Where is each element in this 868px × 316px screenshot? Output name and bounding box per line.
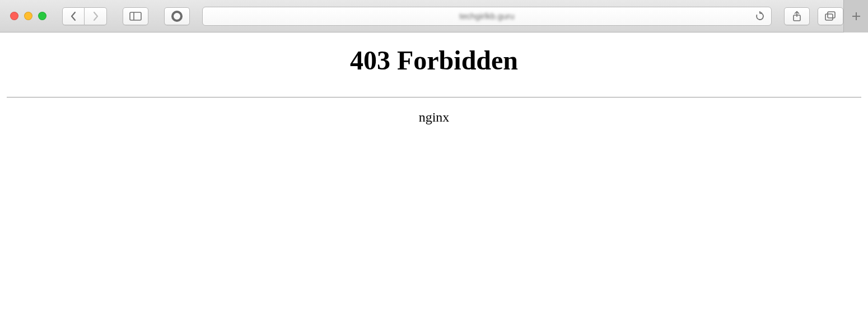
svg-point-2	[172, 12, 181, 21]
site-settings-button[interactable]	[164, 7, 190, 25]
chevron-right-icon	[92, 11, 99, 21]
circle-icon	[171, 10, 183, 22]
error-heading: 403 Forbidden	[0, 45, 868, 76]
plus-icon	[851, 11, 861, 21]
divider	[7, 97, 861, 97]
tabs-icon	[825, 11, 836, 21]
address-bar-url: techgirlkb.guru	[203, 11, 771, 21]
minimize-window-button[interactable]	[24, 12, 32, 20]
sidebar-icon	[129, 12, 142, 21]
browser-toolbar: techgirlkb.guru	[0, 0, 868, 32]
address-bar[interactable]: techgirlkb.guru	[202, 7, 772, 26]
close-window-button[interactable]	[10, 12, 18, 20]
share-button[interactable]	[784, 7, 810, 25]
new-tab-button[interactable]	[843, 0, 868, 32]
server-name: nginx	[0, 110, 868, 125]
zoom-window-button[interactable]	[38, 12, 46, 20]
svg-rect-0	[130, 12, 141, 20]
chevron-left-icon	[70, 11, 77, 21]
toolbar-right	[784, 7, 843, 25]
page-content: 403 Forbidden nginx	[0, 32, 868, 316]
svg-rect-6	[828, 12, 835, 18]
tabs-button[interactable]	[818, 7, 843, 25]
window-controls	[10, 12, 46, 20]
nav-back-forward	[62, 7, 107, 25]
svg-rect-5	[825, 14, 833, 20]
back-button[interactable]	[62, 7, 85, 25]
sidebar-button[interactable]	[123, 7, 148, 25]
share-icon	[792, 11, 802, 22]
forward-button[interactable]	[85, 7, 107, 25]
